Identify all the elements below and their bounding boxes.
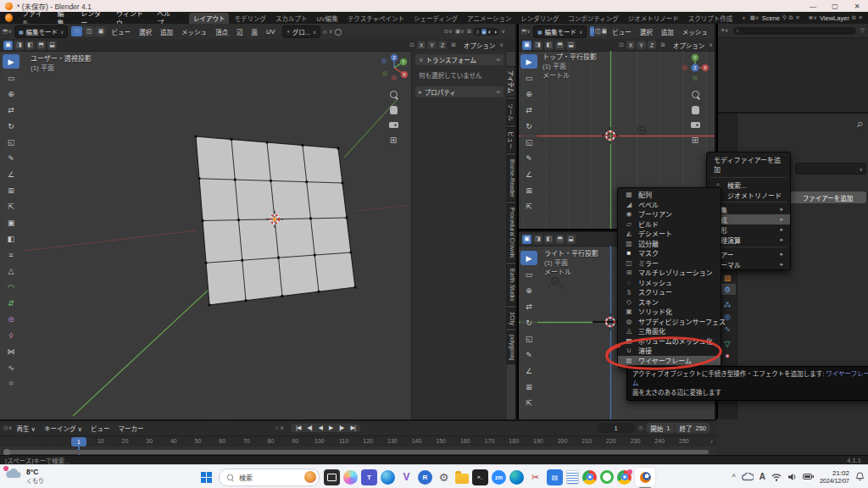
wireframe-shading-icon[interactable]: ○ — [476, 29, 479, 35]
chrome-icon[interactable] — [582, 470, 597, 485]
tool-button[interactable]: ≡ — [3, 247, 19, 262]
tool-button[interactable]: ⊞ — [520, 380, 537, 394]
properties-panel-header[interactable]: ▸ プロパティ ≡ — [415, 86, 504, 97]
viewport-menu-3[interactable]: メッシュ — [678, 27, 712, 36]
modifier-item-3[interactable]: ▱ビルド — [618, 219, 721, 230]
modifier-item-16[interactable]: ∪溶接 — [618, 346, 721, 356]
tool-option-icon[interactable]: ⬒ — [555, 235, 565, 244]
chrome-badge-icon[interactable] — [617, 470, 632, 485]
tool-option-icon[interactable]: ⬓ — [566, 41, 576, 50]
tool-option-icon[interactable]: ⬒ — [36, 41, 46, 50]
workspace-tab[interactable]: モデリング — [230, 13, 270, 24]
workspace-tab[interactable]: レンダリング — [516, 13, 563, 24]
scene-selector[interactable]: ▦∨ Scene ⚲ ⧉ ✕ — [750, 14, 800, 22]
tool-button[interactable]: ⌗ — [3, 376, 19, 391]
viewport-menu-3[interactable]: メッシュ — [177, 27, 211, 36]
copilot-icon[interactable] — [343, 470, 358, 485]
snap-magnet-icon[interactable]: ∩ — [320, 28, 328, 36]
sidebar-tab-0[interactable]: アイテム — [506, 66, 516, 97]
timeline-menu-2[interactable]: ビュー — [86, 424, 114, 433]
workspace-tab[interactable]: シェーディング — [409, 13, 462, 24]
taskbar-search[interactable]: 検索 — [219, 469, 320, 486]
delete-viewlayer-icon[interactable]: ✕ — [859, 14, 863, 21]
edge-icon[interactable] — [509, 470, 524, 485]
navigation-gizmo[interactable]: ZYX — [379, 53, 409, 83]
r-app-icon[interactable]: R — [418, 470, 432, 485]
tool-button[interactable]: ⋈ — [3, 344, 19, 358]
editor-type-icon[interactable]: ⬒∨ — [521, 28, 531, 35]
tool-button[interactable]: ⇵ — [3, 296, 19, 310]
tool-button[interactable]: △ — [3, 263, 19, 278]
battery-icon[interactable] — [803, 474, 814, 480]
viewport-menu-0[interactable]: ビュー — [107, 27, 135, 36]
modifier-item-13[interactable]: ◍サブディビジョンサーフェス — [618, 317, 721, 327]
tool-button[interactable]: ▭ — [520, 267, 537, 281]
play-reverse-button[interactable]: ◀ — [315, 424, 326, 431]
modifier-item-15[interactable]: ⬒ボリュームのメッシュ化 — [618, 336, 721, 347]
viewport-menu-1[interactable]: 選択 — [636, 27, 657, 36]
tool-button[interactable]: ◧ — [3, 231, 19, 246]
add-modifier-button[interactable]: ファイアーを追加 — [789, 191, 866, 203]
prev-key-button[interactable]: ◀| — [303, 424, 314, 431]
delete-scene-icon[interactable]: ✕ — [795, 14, 799, 21]
tool-button[interactable]: ⊞ — [3, 183, 19, 197]
tool-button[interactable]: ✎ — [520, 151, 537, 165]
tool-button[interactable]: ⇱ — [520, 396, 537, 410]
pan-tool-icon[interactable] — [688, 103, 702, 116]
tool-button[interactable]: ✎ — [3, 151, 19, 165]
vertex-select-icon[interactable]: ∷ — [71, 26, 82, 36]
modifier-item-10[interactable]: §スクリュー — [618, 287, 721, 297]
tool-button[interactable]: ⊞ — [520, 183, 537, 197]
pin-icon[interactable]: ⚲ — [855, 119, 865, 130]
zoom-tool-icon[interactable] — [387, 88, 400, 101]
workspace-tab[interactable]: ジオメトリノード — [624, 13, 683, 24]
tool-button[interactable]: ✎ — [520, 347, 537, 362]
play-button[interactable]: ▶ — [326, 424, 336, 431]
tool-button[interactable]: ▶ — [3, 54, 19, 69]
store-icon[interactable]: ▤ — [547, 469, 563, 485]
orientation-selector[interactable]: ⌖グロ...∨ — [282, 25, 320, 38]
tool-button[interactable]: ⊕ — [3, 86, 19, 101]
tool-option-icon[interactable]: ◨ — [533, 235, 542, 244]
tool-button[interactable]: ↻ — [3, 119, 19, 133]
workspace-tab[interactable]: UV編集 — [312, 13, 342, 24]
face-select-icon[interactable]: ▣ — [95, 26, 106, 36]
pan-tool-icon[interactable] — [387, 103, 400, 116]
tool-option-icon[interactable]: ◨ — [533, 41, 542, 50]
workspace-tab[interactable]: コンポジティング — [564, 13, 623, 24]
ring-app-icon[interactable] — [600, 470, 614, 484]
tool-button[interactable]: ∠ — [520, 363, 537, 378]
outliner-editor-icon[interactable]: ≡∨ — [721, 27, 729, 34]
auto-key-icon[interactable]: ○ ∨ — [275, 424, 285, 431]
weather-widget[interactable]: 8°C くもり — [5, 468, 44, 485]
transform-panel-header[interactable]: ∨ トランスフォーム ≡ — [415, 54, 504, 65]
pin-icon[interactable]: ⚲ — [782, 14, 787, 21]
tool-button[interactable]: ∿ — [3, 360, 19, 374]
tool-button[interactable]: ∠ — [3, 167, 19, 181]
tool-button[interactable]: ↻ — [520, 119, 537, 133]
workspace-tab[interactable]: スカルプト — [271, 13, 312, 24]
modifier-item-2[interactable]: ◉ブーリアン — [618, 209, 721, 219]
snap-grid-icon[interactable]: ⊞ — [451, 42, 455, 48]
sidebar-tab-6[interactable]: 1City — [506, 308, 516, 330]
properties-tab-data[interactable]: ▽ — [719, 338, 736, 349]
zoom-tool-icon[interactable] — [688, 88, 702, 101]
timeline-menu-0[interactable]: 再生 ∨ — [12, 424, 40, 433]
modifier-item-1[interactable]: ◢ベベル — [618, 200, 721, 210]
panel-menu-icon[interactable]: ≡ — [497, 56, 500, 64]
new-scene-icon[interactable]: ⧉ — [789, 14, 793, 21]
modifier-item-9[interactable]: ◌リメッシュ — [618, 278, 721, 288]
modifier-item-0[interactable]: ▦配列 — [618, 190, 721, 200]
viewport-menu-4[interactable]: 頂点 — [211, 27, 232, 36]
clock-widget[interactable]: 21:02 2024/12/07 — [820, 469, 849, 485]
sidebar-tab-1[interactable]: ツール — [506, 99, 516, 125]
viewport-menu-7[interactable]: UV — [262, 28, 279, 36]
tool-button[interactable]: ▭ — [3, 70, 19, 85]
explorer-icon[interactable] — [455, 474, 469, 484]
modifier-item-7[interactable]: ◫ミラー — [618, 258, 721, 269]
mirror-axis-y[interactable]: Y — [427, 41, 437, 49]
editor-type-icon[interactable]: ⬒∨ — [3, 28, 12, 35]
viewport-menu-5[interactable]: 辺 — [232, 27, 248, 36]
timeline-editor-icon[interactable]: ◷∨ — [3, 424, 12, 431]
modifier-item-11[interactable]: ◇スキン — [618, 297, 721, 308]
